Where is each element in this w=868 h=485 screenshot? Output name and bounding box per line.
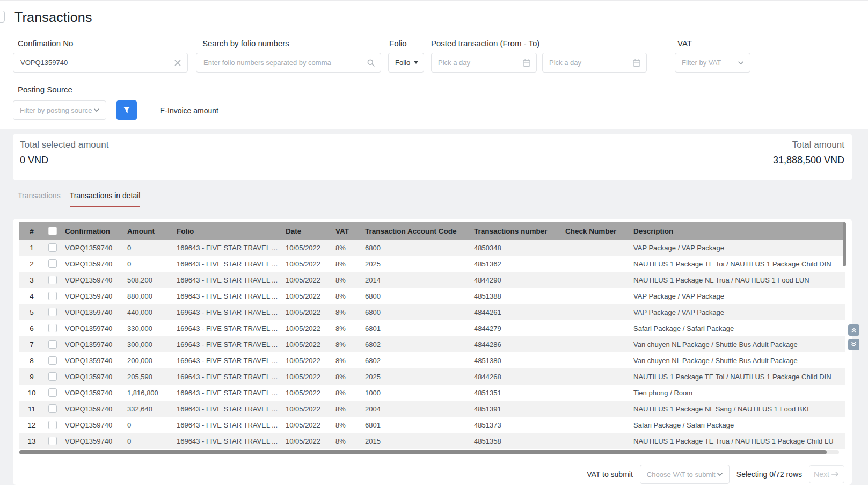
- filter-section: Transactions Confimation No Search by fo…: [0, 0, 868, 129]
- scroll-to-bottom-button[interactable]: [848, 339, 859, 350]
- table-row[interactable]: 4 VOPQ1359740 880,000 169643 - FIVE STAR…: [19, 288, 845, 304]
- page-title: Transactions: [14, 10, 92, 25]
- cell-description: Safari Package / Safari Package: [629, 324, 845, 332]
- row-checkbox-cell: [44, 340, 61, 349]
- vat-to-submit-select[interactable]: Choose VAT to submit: [640, 465, 730, 484]
- row-checkbox-cell: [44, 372, 61, 381]
- folio-search-input[interactable]: [196, 53, 367, 72]
- row-checkbox-cell: [44, 356, 61, 365]
- row-checkbox[interactable]: [48, 404, 57, 413]
- row-index: 13: [19, 437, 44, 445]
- row-checkbox[interactable]: [48, 276, 57, 284]
- row-checkbox[interactable]: [48, 259, 57, 268]
- cell-account-code: 2004: [361, 405, 470, 413]
- vat-select[interactable]: Filter by VAT: [675, 53, 750, 73]
- tab-bar: Transactions Transactions in detail: [18, 191, 140, 207]
- scroll-to-top-button[interactable]: [848, 324, 859, 336]
- cell-folio: 169643 - FIVE STAR TRAVEL ...: [172, 373, 281, 381]
- cell-date: 10/05/2022: [281, 244, 331, 252]
- horizontal-scrollbar-thumb[interactable]: [19, 450, 827, 454]
- tab-transactions[interactable]: Transactions: [18, 191, 61, 207]
- row-checkbox[interactable]: [48, 292, 57, 300]
- cell-txn-number: 4850348: [470, 244, 561, 252]
- confirmation-input[interactable]: [13, 53, 173, 72]
- table-row[interactable]: 9 VOPQ1359740 205,590 169643 - FIVE STAR…: [19, 368, 845, 385]
- cell-folio: 169643 - FIVE STAR TRAVEL ...: [172, 405, 281, 413]
- cell-description: Safari Package / Safari Package: [629, 421, 845, 429]
- cell-vat: 8%: [331, 405, 361, 413]
- cell-account-code: 6802: [361, 357, 470, 365]
- table-row[interactable]: 5 VOPQ1359740 440,000 169643 - FIVE STAR…: [19, 304, 845, 320]
- table-row[interactable]: 10 VOPQ1359740 1,816,800 169643 - FIVE S…: [19, 385, 845, 401]
- tab-transactions-in-detail[interactable]: Transactions in detail: [70, 191, 141, 207]
- table-row[interactable]: 7 VOPQ1359740 300,000 169643 - FIVE STAR…: [19, 336, 845, 352]
- row-checkbox[interactable]: [48, 308, 57, 316]
- row-checkbox[interactable]: [48, 324, 57, 332]
- table-row[interactable]: 13 VOPQ1359740 0 169643 - FIVE STAR TRAV…: [19, 433, 845, 449]
- row-index: 6: [19, 324, 44, 332]
- row-checkbox[interactable]: [48, 356, 57, 365]
- cell-confirmation: VOPQ1359740: [61, 276, 123, 284]
- cell-txn-number: 4844279: [470, 324, 561, 332]
- table-row[interactable]: 12 VOPQ1359740 0 169643 - FIVE STAR TRAV…: [19, 417, 845, 433]
- row-checkbox[interactable]: [48, 372, 57, 381]
- select-all-checkbox[interactable]: [48, 227, 57, 235]
- row-checkbox[interactable]: [48, 421, 57, 429]
- cell-description: VAP Package / VAP Package: [629, 308, 845, 316]
- cell-confirmation: VOPQ1359740: [61, 437, 123, 445]
- table-row[interactable]: 3 VOPQ1359740 508,200 169643 - FIVE STAR…: [19, 272, 845, 288]
- cell-confirmation: VOPQ1359740: [61, 260, 123, 268]
- cell-txn-number: 4851362: [470, 260, 561, 268]
- cell-amount: 0: [123, 437, 172, 445]
- vat-to-submit-placeholder: Choose VAT to submit: [640, 470, 716, 479]
- folio-select[interactable]: Folio: [388, 53, 424, 73]
- cell-folio: 169643 - FIVE STAR TRAVEL ...: [172, 357, 281, 365]
- row-checkbox[interactable]: [48, 388, 57, 397]
- cell-folio: 169643 - FIVE STAR TRAVEL ...: [172, 260, 281, 268]
- vertical-scrollbar-thumb[interactable]: [843, 222, 846, 266]
- selection-count-text: Selecting 0/72 rows: [736, 470, 802, 479]
- date-to-picker[interactable]: Pick a day: [542, 53, 647, 73]
- row-checkbox-cell: [44, 259, 61, 269]
- next-button[interactable]: Next: [809, 465, 844, 483]
- row-checkbox-cell: [44, 308, 61, 317]
- posting-source-label: Posting Source: [18, 85, 72, 94]
- table-row[interactable]: 6 VOPQ1359740 330,000 169643 - FIVE STAR…: [19, 320, 845, 336]
- table-row[interactable]: 2 VOPQ1359740 0 169643 - FIVE STAR TRAVE…: [19, 256, 845, 272]
- vat-select-placeholder: Filter by VAT: [675, 59, 737, 67]
- cell-date: 10/05/2022: [281, 437, 331, 445]
- table-row[interactable]: 8 VOPQ1359740 200,000 169643 - FIVE STAR…: [19, 352, 845, 368]
- cell-description: Tien phong / Room: [629, 389, 845, 397]
- total-amount-value: 31,888,500 VND: [773, 155, 844, 166]
- apply-filter-button[interactable]: [116, 100, 137, 120]
- table-footer-bar: VAT to submit Choose VAT to submit Selec…: [587, 465, 844, 484]
- clear-icon[interactable]: [173, 59, 182, 67]
- cell-folio: 169643 - FIVE STAR TRAVEL ...: [172, 276, 281, 284]
- row-checkbox[interactable]: [48, 243, 57, 252]
- row-checkbox[interactable]: [48, 437, 57, 445]
- cell-account-code: 2025: [361, 373, 470, 381]
- calendar-icon: [632, 59, 641, 67]
- table-row[interactable]: 1 VOPQ1359740 0 169643 - FIVE STAR TRAVE…: [19, 240, 845, 256]
- einvoice-amount-link[interactable]: E-Invoice amount: [160, 106, 218, 115]
- cell-vat: 8%: [331, 373, 361, 381]
- row-checkbox[interactable]: [48, 340, 57, 349]
- cell-txn-number: 4851391: [470, 405, 561, 413]
- cell-date: 10/05/2022: [281, 260, 331, 268]
- cell-account-code: 2015: [361, 437, 470, 445]
- posting-source-select[interactable]: Filter by posting source: [13, 100, 106, 120]
- col-header-folio: Folio: [172, 227, 281, 235]
- date-from-picker[interactable]: Pick a day: [431, 53, 537, 73]
- search-icon: [367, 59, 375, 67]
- table-body: 1 VOPQ1359740 0 169643 - FIVE STAR TRAVE…: [19, 240, 845, 449]
- cell-vat: 8%: [331, 260, 361, 268]
- sidebar-edge-toggle[interactable]: [0, 11, 5, 23]
- folio-search-box: [196, 53, 381, 73]
- table-row[interactable]: 11 VOPQ1359740 332,640 169643 - FIVE STA…: [19, 401, 845, 417]
- row-checkbox-cell: [44, 324, 61, 333]
- cell-amount: 200,000: [123, 357, 172, 365]
- cell-confirmation: VOPQ1359740: [61, 244, 123, 252]
- horizontal-scrollbar-track[interactable]: [19, 450, 839, 454]
- cell-date: 10/05/2022: [281, 405, 331, 413]
- select-all-checkbox-cell: [44, 227, 61, 235]
